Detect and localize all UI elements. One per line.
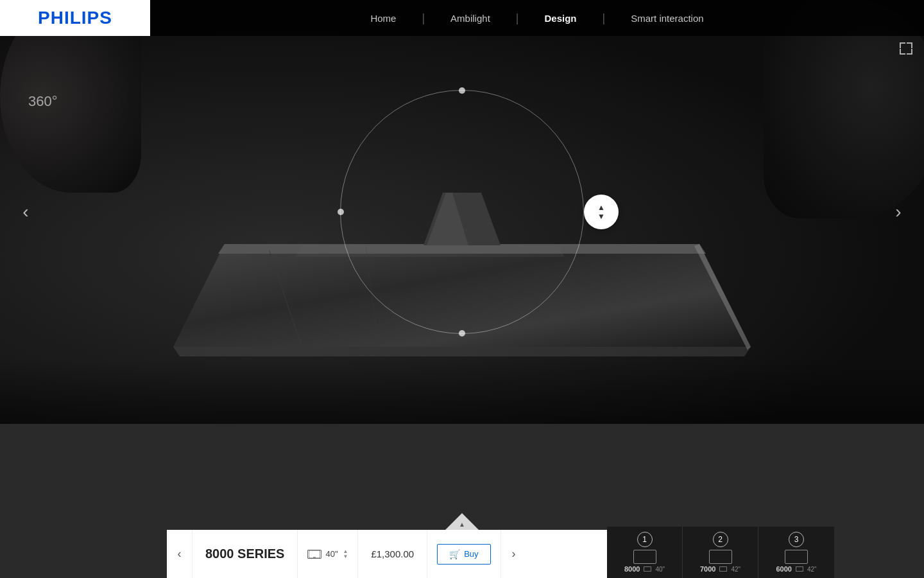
thumb-series-2: 6000: [776, 565, 791, 573]
thumbnail-item-1[interactable]: 2 7000 42": [683, 527, 758, 578]
series-label: 8000 SERIES: [205, 547, 284, 561]
thumb-tv-1: [709, 550, 732, 564]
rotation-circle[interactable]: [340, 90, 584, 334]
panel-next-icon: ›: [512, 547, 516, 561]
panel-series: 8000 SERIES: [193, 530, 298, 578]
svg-marker-6: [173, 347, 751, 356]
size-stepper[interactable]: ▲ ▼: [343, 549, 348, 559]
thumbnail-item-2[interactable]: 3 6000 42": [758, 527, 834, 578]
thumb-info-2: 6000 42": [776, 565, 816, 573]
left-chevron-icon: ‹: [22, 202, 28, 222]
thumb-tv-2: [785, 550, 808, 564]
expand-row-top: [900, 42, 912, 48]
thumb-size-2: 42": [807, 566, 817, 573]
buy-button[interactable]: 🛒 Buy: [437, 544, 490, 565]
thumb-number-2: 3: [789, 532, 804, 547]
expand-row-bottom: [900, 49, 912, 55]
circle-left-dot: [338, 209, 344, 215]
tv-icon-svg: [309, 550, 320, 558]
thumb-tv-small-1: [719, 566, 727, 572]
philips-logo-text: PHILIPS: [38, 8, 112, 28]
chevron-up-button[interactable]: ▲: [445, 513, 479, 530]
expand-corner-bl: [900, 49, 905, 55]
right-chevron-icon: ›: [895, 202, 901, 222]
nav-item-ambilight[interactable]: Ambilight: [425, 0, 516, 36]
panel-prev-icon: ‹: [178, 547, 182, 561]
navbar-logo: PHILIPS: [0, 0, 150, 36]
thumb-number-0: 1: [637, 532, 653, 547]
up-arrow-icon: ▲: [597, 204, 605, 211]
nav-item-design[interactable]: Design: [519, 0, 603, 36]
nav-item-home[interactable]: Home: [345, 0, 422, 36]
price-value: £1,300.00: [371, 548, 414, 559]
size-down-icon[interactable]: ▼: [343, 554, 348, 559]
buy-label: Buy: [464, 549, 478, 559]
thumb-tv-0: [633, 550, 656, 564]
thumb-series-1: 7000: [700, 565, 715, 573]
svg-rect-9: [309, 550, 320, 558]
panel-size: 40" ▲ ▼: [298, 530, 358, 578]
label-360: 360°: [28, 93, 58, 110]
updown-control[interactable]: ▲ ▼: [584, 195, 619, 229]
chevron-up-icon: ▲: [459, 521, 465, 528]
nav-item-smart-interaction[interactable]: Smart interaction: [605, 0, 729, 36]
thumb-size-0: 40": [655, 566, 665, 573]
tv-size-icon: [307, 550, 321, 559]
hero-next-arrow[interactable]: ›: [886, 199, 911, 225]
expand-corner-tl: [900, 42, 905, 48]
thumb-info-0: 8000 40": [624, 565, 665, 573]
thumb-tv-small-2: [796, 566, 803, 572]
panel-price: £1,300.00: [358, 530, 427, 578]
panel-buy[interactable]: 🛒 Buy: [427, 530, 501, 578]
thumbnails-panel: 1 8000 40" 2 7000 42" 3 6000 42": [607, 527, 834, 578]
cart-icon: 🛒: [449, 549, 460, 559]
thumb-info-1: 7000 42": [700, 565, 740, 573]
expand-corner-tr: [907, 42, 912, 48]
thumbnail-item-0[interactable]: 1 8000 40": [607, 527, 683, 578]
panel-chevron-up[interactable]: ▲: [445, 513, 479, 530]
hero-prev-arrow[interactable]: ‹: [13, 199, 38, 225]
size-value: 40": [325, 549, 338, 559]
panel-next-button[interactable]: ›: [501, 530, 527, 578]
down-arrow-icon: ▼: [597, 213, 605, 220]
expand-icon[interactable]: [900, 42, 912, 55]
thumb-size-1: 42": [731, 566, 740, 573]
thumb-tv-small-0: [644, 566, 651, 572]
navbar: PHILIPS Home | Ambilight | Design | Smar…: [0, 0, 924, 36]
navbar-links: Home | Ambilight | Design | Smart intera…: [150, 0, 924, 36]
thumb-series-0: 8000: [624, 565, 640, 573]
expand-corner-br: [907, 49, 912, 55]
thumb-number-1: 2: [713, 532, 728, 547]
hero-section: 360° ▲ ▼ ‹ ›: [0, 0, 924, 424]
panel-prev-button[interactable]: ‹: [167, 530, 193, 578]
